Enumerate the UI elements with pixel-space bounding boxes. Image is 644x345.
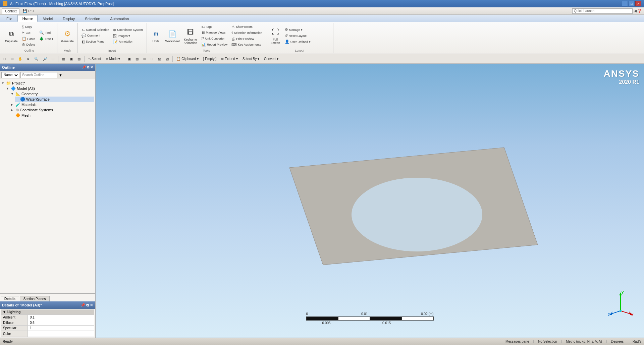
delete-button[interactable]: 🗑 Delete bbox=[20, 42, 37, 47]
duplicate-button[interactable]: ⧉ Duplicate bbox=[3, 27, 19, 44]
outline-search-input[interactable] bbox=[20, 72, 57, 78]
toolbar-extend-button[interactable]: ⊕ Extend ▾ bbox=[219, 56, 240, 62]
svg-marker-10 bbox=[609, 311, 612, 315]
close-button[interactable]: ✕ bbox=[635, 1, 641, 6]
unit-converter-button[interactable]: ⇄ Unit Converter bbox=[200, 36, 229, 41]
tab-display[interactable]: Display bbox=[58, 15, 80, 22]
color-value[interactable] bbox=[28, 331, 94, 337]
toolbar-zoom-in[interactable]: 🔍 bbox=[32, 56, 40, 62]
toolbar-more5[interactable]: ▧ bbox=[156, 56, 163, 62]
toolbar-convert-button[interactable]: Convert ▾ bbox=[262, 56, 280, 62]
toolbar-more2[interactable]: ▤ bbox=[133, 56, 141, 62]
outline-search-icon[interactable]: ▼ bbox=[59, 73, 62, 77]
toolbar-more3[interactable]: ⊞ bbox=[141, 56, 148, 62]
manage-button[interactable]: ⚙ Manage ▾ bbox=[283, 27, 312, 33]
save-icon[interactable]: 💾 bbox=[23, 9, 27, 13]
paste-button[interactable]: 📋 Paste bbox=[20, 36, 37, 42]
keyframe-button[interactable]: 🎞 KeyframeAnimation bbox=[182, 26, 199, 46]
redo-icon[interactable]: ↪ bbox=[32, 9, 34, 13]
outline-filter-select[interactable]: Name bbox=[1, 72, 19, 78]
toolbar-empty-button[interactable]: [ Empty ] bbox=[201, 56, 218, 62]
help-icon[interactable]: ❓ bbox=[637, 9, 642, 13]
toolbar-clipboard-button[interactable]: 📋 Clipboard ▾ bbox=[174, 56, 200, 62]
full-screen-button[interactable]: ⛶ FullScreen bbox=[268, 26, 282, 46]
tab-automation[interactable]: Automation bbox=[105, 15, 134, 22]
svg-text:Z: Z bbox=[608, 313, 610, 317]
undo-icon[interactable]: ↩ bbox=[28, 9, 31, 13]
find-button[interactable]: 🔍 Find bbox=[38, 30, 55, 36]
outline-undock-icon[interactable]: ⧉ bbox=[87, 65, 89, 69]
outline-pin-icon[interactable]: 📌 bbox=[82, 65, 86, 69]
toolbar-edges[interactable]: ▤ bbox=[75, 56, 83, 62]
tree-item-materials[interactable]: ▶ 🧪 Materials bbox=[10, 102, 94, 107]
selection-info-button[interactable]: ℹ Selection Information bbox=[230, 30, 264, 36]
details-undock-icon[interactable]: ⧉ bbox=[86, 303, 89, 307]
key-assignments-button[interactable]: ⌨ Key Assignments bbox=[230, 42, 264, 48]
details-tab-details[interactable]: Details bbox=[1, 296, 19, 301]
toolbar-more6[interactable]: ▨ bbox=[164, 56, 171, 62]
toolbar-zoom-box[interactable]: ⊞ bbox=[9, 56, 15, 62]
context-tab[interactable]: Context bbox=[2, 8, 19, 14]
units-button[interactable]: m Units bbox=[149, 27, 163, 44]
tab-file[interactable]: File bbox=[1, 15, 17, 22]
user-defined-button[interactable]: 👤 User Defined ▾ bbox=[283, 39, 312, 45]
tab-model[interactable]: Model bbox=[38, 15, 58, 22]
messages-pane[interactable]: Messages pane bbox=[505, 340, 529, 343]
tree-item-geometry[interactable]: ▼ 📐 Geometry bbox=[10, 91, 94, 97]
back-icon[interactable]: ◀ bbox=[634, 9, 637, 13]
tags-button[interactable]: 🏷 Tags bbox=[200, 24, 229, 30]
toolbar-zoom-out[interactable]: 🔎 bbox=[41, 56, 49, 62]
cut-button[interactable]: ✂ Cut bbox=[20, 30, 37, 36]
details-pin-icon[interactable]: 📌 bbox=[80, 303, 85, 307]
tree-item-mesh[interactable]: 🔶 Mesh bbox=[10, 113, 94, 118]
specular-value[interactable]: 1 bbox=[28, 326, 94, 331]
manage-icon: ⚙ bbox=[285, 27, 288, 32]
print-preview-button[interactable]: 🖨 Print Preview bbox=[230, 36, 264, 42]
tree-button[interactable]: 🌲 Tree ▾ bbox=[38, 36, 55, 42]
images-icon: 🖼 bbox=[113, 34, 117, 38]
details-tab-section-planes[interactable]: Section Planes bbox=[20, 296, 50, 301]
tree-item-project[interactable]: ▼ 📁 Project* bbox=[1, 80, 94, 86]
comment-button[interactable]: 💬 Comment bbox=[80, 33, 111, 39]
toolbar-shaded[interactable]: ▣ bbox=[68, 56, 75, 62]
generate-button[interactable]: ⚙ Generate bbox=[59, 27, 75, 44]
water-surface-icon: 🔵 bbox=[20, 97, 25, 102]
quick-launch-input[interactable] bbox=[572, 8, 633, 14]
toolbar-zoom-fit[interactable]: ⊡ bbox=[1, 56, 8, 62]
toolbar-select-button[interactable]: ↖ Select bbox=[86, 56, 103, 62]
toolbar-pan[interactable]: ✋ bbox=[16, 56, 24, 62]
section-plane-button[interactable]: ◧ Section Plane bbox=[80, 39, 111, 45]
diffuse-value[interactable]: 0.6 bbox=[28, 320, 94, 326]
worksheet-button[interactable]: 📄 Worksheet bbox=[164, 27, 181, 44]
display-status: Rad/s bbox=[633, 340, 641, 343]
ambient-value[interactable]: 0.1 bbox=[28, 315, 94, 320]
tab-home[interactable]: Home bbox=[17, 15, 38, 22]
details-section-lighting[interactable]: ▼ Lighting bbox=[1, 309, 94, 314]
tab-selection[interactable]: Selection bbox=[80, 15, 105, 22]
tree-item-coord-systems[interactable]: ▶ ⊕ Coordinate Systems bbox=[10, 107, 94, 113]
named-selection-button[interactable]: 🏷 Named Selection bbox=[80, 27, 111, 33]
coord-system-button[interactable]: ⊕ Coordinate System bbox=[111, 27, 145, 33]
details-close-icon[interactable]: ✕ bbox=[90, 303, 93, 307]
toolbar-rotate[interactable]: ↺ bbox=[25, 56, 32, 62]
table-row-ambient: Ambient 0.1 bbox=[1, 315, 94, 320]
images-button[interactable]: 🖼 Images ▾ bbox=[111, 33, 145, 39]
viewport[interactable]: ANSYS 2020 R1 Y X bbox=[96, 64, 644, 338]
tree-item-water-surface[interactable]: 🔵 Water\Surface bbox=[15, 97, 94, 102]
toolbar-more4[interactable]: ⊟ bbox=[149, 56, 155, 62]
tree-item-model[interactable]: ▼ 🔷 Model (A3) bbox=[5, 86, 94, 91]
toolbar-more1[interactable]: ▣ bbox=[126, 56, 133, 62]
report-preview-button[interactable]: 📊 Report Preview bbox=[200, 42, 229, 47]
toolbar-fit[interactable]: ⊟ bbox=[50, 56, 56, 62]
show-errors-button[interactable]: ⚠ Show Errors bbox=[230, 24, 264, 30]
toolbar-mode-button[interactable]: ◈ Mode ▾ bbox=[104, 56, 122, 62]
toolbar-wireframe[interactable]: ▦ bbox=[60, 56, 67, 62]
manage-views-button[interactable]: 🖥 Manage Views bbox=[200, 30, 229, 35]
annotation-button[interactable]: 📝 Annotation bbox=[111, 39, 145, 45]
copy-button[interactable]: ⎘ Copy bbox=[20, 24, 37, 30]
toolbar-select-by-button[interactable]: Select By ▾ bbox=[240, 56, 261, 62]
minimize-button[interactable]: ─ bbox=[622, 1, 628, 6]
reset-layout-button[interactable]: ↺ Reset Layout bbox=[283, 33, 312, 39]
maximize-button[interactable]: □ bbox=[629, 1, 635, 6]
outline-close-icon[interactable]: ✕ bbox=[90, 65, 93, 69]
